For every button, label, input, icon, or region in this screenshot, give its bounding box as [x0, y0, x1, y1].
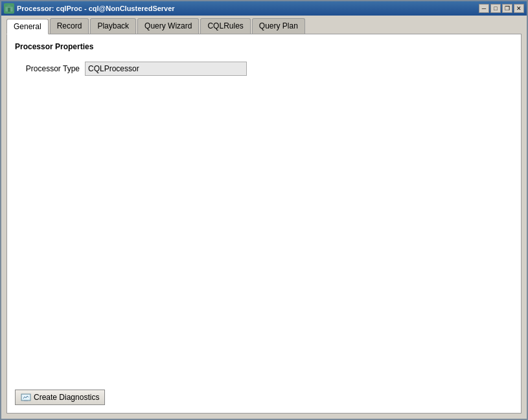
tab-general[interactable]: General: [6, 19, 49, 34]
button-area: Create Diagnostics: [15, 390, 105, 405]
section-title: Processor Properties: [15, 42, 513, 51]
create-diagnostics-label: Create Diagnostics: [34, 393, 99, 402]
processor-type-label: Processor Type: [15, 64, 80, 73]
svg-marker-1: [5, 5, 13, 7]
svg-rect-2: [8, 8, 10, 12]
diagnostics-icon: [21, 392, 31, 402]
tab-playback[interactable]: Playback: [90, 18, 136, 34]
tab-bar: General Record Playback Query Wizard CQL…: [1, 16, 527, 34]
app-icon: [4, 3, 14, 14]
title-bar-left: Processor: cqlProc - cql@NonClusteredSer…: [4, 3, 175, 14]
processor-type-row: Processor Type: [15, 62, 513, 76]
create-diagnostics-button[interactable]: Create Diagnostics: [15, 390, 105, 405]
close-button[interactable]: ✕: [514, 4, 524, 13]
tab-query-plan[interactable]: Query Plan: [252, 18, 305, 34]
processor-type-input[interactable]: [85, 62, 247, 76]
main-window: Processor: cqlProc - cql@NonClusteredSer…: [0, 0, 528, 420]
restore-button[interactable]: ❐: [502, 4, 512, 13]
tab-query-wizard[interactable]: Query Wizard: [137, 18, 199, 34]
svg-rect-9: [24, 401, 28, 401]
window-title: Processor: cqlProc - cql@NonClusteredSer…: [17, 5, 175, 12]
tab-record[interactable]: Record: [50, 18, 89, 34]
tab-cql-rules[interactable]: CQLRules: [200, 18, 250, 34]
title-bar: Processor: cqlProc - cql@NonClusteredSer…: [1, 1, 527, 16]
content-area: Processor Properties Processor Type: [6, 34, 522, 414]
minimize-button[interactable]: ─: [479, 4, 489, 13]
maximize-button[interactable]: □: [490, 4, 501, 13]
title-bar-buttons: ─ □ ❐ ✕: [479, 4, 524, 13]
